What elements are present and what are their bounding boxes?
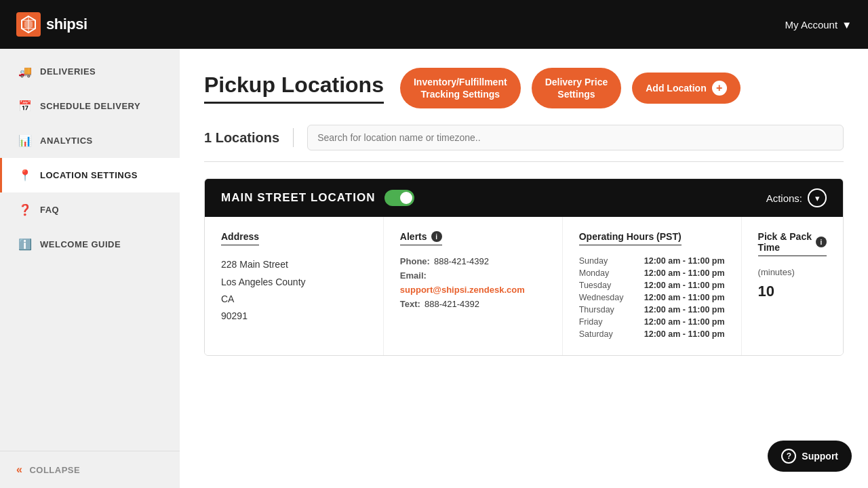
location-card-header: MAIN STREET LOCATION Actions: ▾: [205, 179, 843, 217]
chevron-down-circle-icon: ▾: [808, 188, 827, 207]
chevron-down-icon: ▼: [842, 19, 852, 30]
divider: [293, 128, 294, 147]
chart-icon: 📊: [18, 134, 32, 147]
logo-text: shipsi: [46, 16, 87, 33]
alert-email-value-row: support@shipsi.zendesk.com: [400, 285, 546, 295]
account-button[interactable]: My Account ▼: [785, 19, 852, 30]
sidebar-item-faq-label: FAQ: [40, 205, 59, 215]
text-label: Text:: [400, 299, 420, 309]
sunday-label: Sunday: [579, 256, 630, 266]
pick-pack-info-icon[interactable]: i: [816, 237, 827, 247]
toggle-thumb: [400, 192, 412, 204]
alerts-info-icon[interactable]: i: [431, 231, 442, 242]
inventory-tracking-button[interactable]: Inventory/Fulfillment Tracking Settings: [400, 68, 521, 108]
page-header: Pickup Locations Inventory/Fulfillment T…: [204, 68, 844, 108]
locations-count: 1 Locations: [204, 130, 279, 146]
sidebar-item-location-settings[interactable]: 📍 Location Settings: [0, 158, 180, 192]
hours-row-tuesday: Tuesday 12:00 am - 11:00 pm: [579, 281, 725, 290]
monday-hours: 12:00 am - 11:00 pm: [644, 268, 725, 278]
thursday-label: Thursday: [579, 305, 630, 314]
tuesday-hours: 12:00 am - 11:00 pm: [644, 281, 725, 290]
address-title: Address: [221, 231, 259, 245]
calendar-icon: 📅: [18, 100, 32, 113]
address-line1: 228 Main Street: [221, 256, 367, 273]
thursday-hours: 12:00 am - 11:00 pm: [644, 305, 725, 314]
hours-row-sunday: Sunday 12:00 am - 11:00 pm: [579, 256, 725, 266]
phone-label: Phone:: [400, 256, 430, 266]
sunday-hours: 12:00 am - 11:00 pm: [644, 256, 725, 266]
alert-text-row: Text: 888-421-4392: [400, 299, 546, 309]
address-line2: Los Angeles County: [221, 274, 367, 291]
add-location-button[interactable]: Add Location +: [632, 73, 740, 104]
text-value: 888-421-4392: [425, 299, 479, 309]
hours-table: Sunday 12:00 am - 11:00 pm Monday 12:00 …: [579, 256, 725, 339]
location-name-text: MAIN STREET LOCATION: [221, 191, 375, 205]
sidebar-item-schedule-delivery[interactable]: 📅 Schedule Delivery: [0, 89, 180, 123]
collapse-arrows-icon: «: [16, 464, 22, 476]
pick-pack-title: Pick & Pack Time i: [758, 231, 827, 256]
hours-row-monday: Monday 12:00 am - 11:00 pm: [579, 268, 725, 278]
tuesday-label: Tuesday: [579, 281, 630, 290]
plus-icon: +: [712, 81, 727, 96]
search-input[interactable]: [307, 125, 844, 150]
hours-row-friday: Friday 12:00 am - 11:00 pm: [579, 317, 725, 327]
location-toggle[interactable]: [384, 190, 414, 206]
support-circle-icon: ?: [781, 449, 796, 464]
alert-email-row: Email:: [400, 270, 546, 281]
location-name: MAIN STREET LOCATION: [221, 190, 414, 206]
filter-bar: 1 Locations: [204, 125, 844, 162]
sidebar-item-welcome-label: Welcome Guide: [40, 239, 121, 249]
saturday-label: Saturday: [579, 329, 630, 339]
sidebar-item-welcome-guide[interactable]: ℹ️ Welcome Guide: [0, 227, 180, 262]
truck-icon: 🚚: [18, 65, 32, 78]
main-content: Pickup Locations Inventory/Fulfillment T…: [180, 49, 868, 488]
email-label: Email:: [400, 270, 427, 281]
sidebar-item-faq[interactable]: ❓ FAQ: [0, 192, 180, 227]
alerts-title: Alerts i: [400, 231, 442, 245]
operating-hours-section: Operating Hours (PST) Sunday 12:00 am - …: [563, 217, 742, 355]
account-label: My Account: [785, 19, 838, 30]
sidebar-nav: 🚚 Deliveries 📅 Schedule Delivery 📊 Analy…: [0, 49, 180, 451]
actions-button[interactable]: Actions: ▾: [766, 188, 827, 207]
monday-label: Monday: [579, 268, 630, 278]
collapse-button[interactable]: « Collapse: [0, 451, 180, 488]
delivery-price-button[interactable]: Delivery Price Settings: [532, 68, 622, 108]
pack-time-value: 10: [758, 283, 827, 300]
sidebar-item-analytics-label: Analytics: [40, 136, 93, 146]
wednesday-label: Wednesday: [579, 293, 630, 302]
pick-pack-title-text: Pick & Pack Time: [758, 231, 812, 253]
friday-label: Friday: [579, 317, 630, 327]
location-card: MAIN STREET LOCATION Actions: ▾: [204, 178, 844, 356]
sidebar-item-location-label: Location Settings: [40, 170, 138, 180]
sidebar-item-deliveries-label: Deliveries: [40, 66, 96, 77]
logo-icon: [16, 12, 41, 37]
page-title: Pickup Locations: [204, 73, 384, 104]
toggle-track: [384, 190, 414, 206]
address-line3: CA: [221, 291, 367, 308]
address-text: 228 Main Street Los Angeles County CA 90…: [221, 256, 367, 325]
pick-pack-section: Pick & Pack Time i (minutes) 10: [742, 217, 843, 355]
collapse-label: Collapse: [29, 465, 80, 475]
alert-phone-row: Phone: 888-421-4392: [400, 256, 546, 266]
alerts-section: Alerts i Phone: 888-421-4392 Email: supp…: [384, 217, 563, 355]
sidebar-item-deliveries[interactable]: 🚚 Deliveries: [0, 54, 180, 89]
sidebar-item-schedule-label: Schedule Delivery: [40, 101, 140, 111]
address-section: Address 228 Main Street Los Angeles Coun…: [205, 217, 384, 355]
question-icon: ❓: [18, 203, 32, 216]
saturday-hours: 12:00 am - 11:00 pm: [644, 329, 725, 339]
pick-pack-subtitle: (minutes): [758, 267, 827, 277]
actions-label: Actions:: [766, 192, 802, 204]
wednesday-hours: 12:00 am - 11:00 pm: [644, 293, 725, 302]
topnav: shipsi My Account ▼: [0, 0, 868, 49]
support-label: Support: [802, 451, 838, 462]
support-button[interactable]: ? Support: [768, 441, 852, 472]
phone-value: 888-421-4392: [434, 256, 489, 266]
email-value: support@shipsi.zendesk.com: [400, 285, 525, 295]
info-icon: ℹ️: [18, 238, 32, 251]
add-location-label: Add Location: [646, 82, 706, 94]
hours-title: Operating Hours (PST): [579, 231, 682, 245]
friday-hours: 12:00 am - 11:00 pm: [644, 317, 725, 327]
logo: shipsi: [16, 12, 87, 37]
pin-icon: 📍: [18, 169, 32, 182]
sidebar-item-analytics[interactable]: 📊 Analytics: [0, 123, 180, 158]
